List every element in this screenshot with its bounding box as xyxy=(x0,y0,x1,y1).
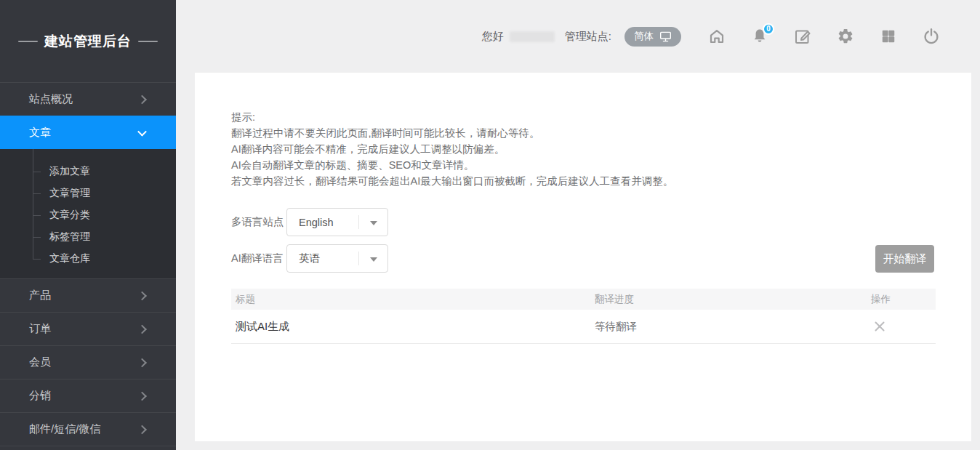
sidebar-item-label: 文章 xyxy=(29,126,51,140)
sidebar-item-products[interactable]: 产品 xyxy=(0,278,176,312)
caret-down-icon xyxy=(370,257,377,262)
tips-block: 提示: 翻译过程中请不要关闭此页面,翻译时间可能比较长，请耐心等待。 AI翻译内… xyxy=(231,109,936,189)
gear-icon xyxy=(837,28,854,45)
app-title-text: 建站管理后台 xyxy=(44,32,132,51)
chevron-down-icon xyxy=(137,126,147,136)
username-redacted xyxy=(510,31,555,42)
caret-down-icon xyxy=(370,221,377,225)
tip-line: 翻译过程中请不要关闭此页面,翻译时间可能比较长，请耐心等待。 xyxy=(231,125,936,141)
table-row: 测试AI生成 等待翻译 xyxy=(231,310,936,344)
header-progress: 翻译进度 xyxy=(595,293,871,306)
greeting-text: 您好 xyxy=(482,30,504,44)
sidebar-item-label: 会员 xyxy=(29,355,51,369)
monitor-icon xyxy=(659,31,672,42)
submenu-item-label: 文章管理 xyxy=(49,187,90,200)
multilang-site-value: English xyxy=(299,217,334,228)
chevron-right-icon xyxy=(137,95,147,104)
multilang-site-select[interactable]: English xyxy=(286,208,388,236)
sidebar-item-orders[interactable]: 订单 xyxy=(0,312,176,345)
sidebar-item-label: 订单 xyxy=(29,322,51,336)
grid-icon xyxy=(880,28,896,44)
translation-form: 多语言站点 English AI翻译语言 英语 开始翻译 xyxy=(231,208,936,273)
content-card: 提示: 翻译过程中请不要关闭此页面,翻译时间可能比较长，请耐心等待。 AI翻译内… xyxy=(195,73,971,441)
divider xyxy=(0,446,176,446)
tips-title: 提示: xyxy=(231,109,936,125)
sidebar-item-articles[interactable]: 文章 xyxy=(0,116,176,149)
sidebar-item-label: 邮件/短信/微信 xyxy=(29,422,100,436)
submenu-item-add-article[interactable]: 添加文章 xyxy=(0,161,176,182)
sidebar-item-label: 分销 xyxy=(29,389,51,403)
power-icon xyxy=(923,28,940,45)
sidebar-item-messaging[interactable]: 邮件/短信/微信 xyxy=(0,412,176,446)
close-icon xyxy=(872,319,887,334)
home-icon xyxy=(708,28,726,45)
select-divider xyxy=(358,252,359,265)
ai-language-label: AI翻译语言 xyxy=(231,252,286,265)
delete-row-button[interactable] xyxy=(872,319,887,334)
submenu-item-label: 文章分类 xyxy=(49,209,90,222)
sidebar-item-distribution[interactable]: 分销 xyxy=(0,379,176,412)
table-header: 标题 翻译进度 操作 xyxy=(231,289,936,310)
sidebar-item-label: 站点概况 xyxy=(29,92,73,106)
submenu-item-label: 标签管理 xyxy=(49,230,90,244)
title-dash-right xyxy=(138,41,158,42)
sidebar-item-label: 产品 xyxy=(29,289,51,302)
notifications-button[interactable]: 0 xyxy=(751,28,768,45)
submenu-item-label: 文章仓库 xyxy=(49,252,90,265)
sidebar: 建站管理后台 站点概况 文章 添加文章 文章管理 文章分类 标签管理 文章仓库 … xyxy=(0,0,176,450)
site-language-label: 简体 xyxy=(634,30,654,43)
apps-button[interactable] xyxy=(880,28,897,45)
ai-language-value: 英语 xyxy=(299,252,320,265)
articles-submenu: 添加文章 文章管理 文章分类 标签管理 文章仓库 xyxy=(0,149,176,278)
translation-table: 标题 翻译进度 操作 测试AI生成 等待翻译 xyxy=(231,289,936,344)
chevron-right-icon xyxy=(137,391,147,401)
multilang-site-label: 多语言站点 xyxy=(231,215,286,229)
title-dash-left xyxy=(18,41,38,42)
app-title: 建站管理后台 xyxy=(0,0,176,82)
settings-button[interactable] xyxy=(837,28,854,45)
submenu-item-article-repository[interactable]: 文章仓库 xyxy=(0,248,176,270)
header-title: 标题 xyxy=(236,293,595,306)
header-action: 操作 xyxy=(871,293,936,306)
tip-line: AI会自动翻译文章的标题、摘要、SEO和文章详情。 xyxy=(231,157,936,173)
logout-button[interactable] xyxy=(923,28,940,45)
row-title: 测试AI生成 xyxy=(236,320,595,334)
select-divider xyxy=(358,215,359,229)
site-language-button[interactable]: 简体 xyxy=(624,27,681,47)
chevron-right-icon xyxy=(137,358,147,367)
chevron-right-icon xyxy=(137,425,147,434)
chevron-right-icon xyxy=(137,291,147,300)
submenu-item-label: 添加文章 xyxy=(49,165,90,178)
start-translation-button[interactable]: 开始翻译 xyxy=(875,245,934,273)
ai-language-select[interactable]: 英语 xyxy=(286,244,388,273)
tip-line: AI翻译内容可能会不精准，完成后建议人工调整以防偏差。 xyxy=(231,141,936,157)
submenu-item-tag-management[interactable]: 标签管理 xyxy=(0,226,176,248)
submenu-item-article-categories[interactable]: 文章分类 xyxy=(0,204,176,226)
notification-badge: 0 xyxy=(763,23,774,35)
sidebar-item-members[interactable]: 会员 xyxy=(0,345,176,379)
tip-line: 若文章内容过长，翻译结果可能会超出AI最大输出窗口而被截断，完成后建议人工查看并… xyxy=(231,173,936,189)
compose-button[interactable] xyxy=(794,28,811,45)
submenu-item-article-management[interactable]: 文章管理 xyxy=(0,182,176,204)
topbar: 您好 管理站点: 简体 xyxy=(176,0,980,73)
chevron-right-icon xyxy=(137,324,147,334)
home-button[interactable] xyxy=(708,28,726,45)
row-progress: 等待翻译 xyxy=(595,320,871,334)
topbar-icons: 0 xyxy=(708,28,940,45)
edit-icon xyxy=(794,28,811,45)
sidebar-item-site-overview[interactable]: 站点概况 xyxy=(0,82,176,116)
manage-site-label: 管理站点: xyxy=(565,30,611,44)
